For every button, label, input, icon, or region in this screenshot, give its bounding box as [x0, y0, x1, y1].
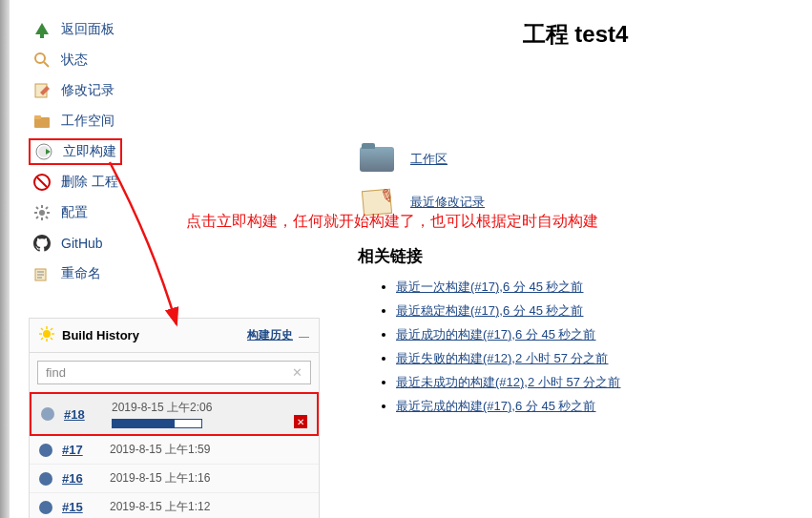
build-list: #18 2019-8-15 上午2:06 ✕ #17 2019-8-15 上午1… [30, 392, 319, 518]
build-number-link[interactable]: #18 [64, 407, 112, 422]
related-link[interactable]: 最近一次构建(#17),6 分 45 秒之前 [396, 280, 584, 294]
nav-workspace[interactable]: 工作空间 [29, 106, 320, 136]
svg-line-8 [37, 177, 47, 187]
build-status-ball-icon [39, 501, 52, 514]
related-link[interactable]: 最近完成的构建(#17),6 分 45 秒之前 [396, 399, 596, 413]
build-time: 2019-8-15 上午1:16 [110, 470, 210, 487]
nav-label: 重命名 [61, 265, 101, 282]
clock-play-icon [34, 142, 53, 161]
folder-icon [32, 112, 52, 131]
related-link[interactable]: 最近未成功的构建(#12),2 小时 57 分之前 [396, 375, 621, 389]
related-item: 最近未成功的构建(#12),2 小时 57 分之前 [396, 374, 793, 391]
sun-icon [39, 326, 54, 344]
nav-label: 状态 [61, 52, 88, 69]
left-stripe [0, 0, 10, 518]
svg-line-29 [41, 338, 43, 340]
build-status-ball-icon [39, 444, 52, 457]
annotation-text: 点击立即构建，任何就开始构建了，也可以根据定时自动构建 [186, 212, 598, 232]
quick-links: 工作区 最近修改记录 [358, 145, 793, 217]
build-row[interactable]: #16 2019-8-15 上午1:16 [30, 465, 319, 493]
nav-back[interactable]: 返回面板 [29, 14, 320, 45]
notepad-icon [32, 81, 52, 100]
related-link[interactable]: 最近失败的构建(#12),2 小时 57 分之前 [396, 351, 609, 365]
build-row[interactable]: #15 2019-8-15 上午1:12 [30, 493, 319, 518]
bh-collapse-icon[interactable]: — [299, 330, 309, 342]
svg-point-9 [39, 210, 45, 216]
svg-line-1 [44, 62, 49, 67]
related-item: 最近成功的构建(#17),6 分 45 秒之前 [396, 326, 793, 343]
workspace-link[interactable]: 工作区 [410, 151, 448, 168]
build-meta: 2019-8-15 上午2:06 [112, 400, 212, 428]
build-progress [112, 419, 202, 428]
delete-icon [32, 173, 52, 192]
build-time: 2019-8-15 上午1:59 [110, 442, 210, 458]
build-number-link[interactable]: #17 [62, 443, 110, 457]
svg-line-28 [51, 338, 52, 340]
nav-label: 返回面板 [61, 21, 115, 38]
build-row[interactable]: #17 2019-8-15 上午1:59 [30, 436, 319, 465]
build-row-running[interactable]: #18 2019-8-15 上午2:06 ✕ [30, 392, 319, 436]
cancel-build-icon[interactable]: ✕ [294, 415, 307, 428]
nav-label: 工作空间 [61, 113, 115, 130]
svg-point-22 [43, 330, 51, 338]
svg-point-0 [35, 53, 45, 63]
bh-trend-link[interactable]: 构建历史 [247, 327, 293, 343]
related-list: 最近一次构建(#17),6 分 45 秒之前 最近稳定构建(#17),6 分 4… [358, 279, 793, 415]
folder-large-icon [358, 145, 396, 174]
gear-icon [32, 203, 52, 222]
svg-line-30 [51, 328, 52, 330]
svg-line-14 [36, 207, 38, 209]
page-title: 工程 test4 [358, 19, 793, 50]
annotation-arrow-icon [105, 157, 191, 339]
related-item: 最近失败的构建(#12),2 小时 57 分之前 [396, 350, 793, 367]
main-content: 工程 test4 工作区 最近修改记录 相关链接 最近一次构建(#17),6 分… [329, 0, 812, 518]
build-history-panel: Build History 构建历史 — find ✕ #18 2019-8-1… [29, 318, 320, 518]
related-item: 最近一次构建(#17),6 分 45 秒之前 [396, 279, 793, 296]
nav-changes[interactable]: 修改记录 [29, 75, 320, 106]
svg-line-16 [36, 217, 38, 218]
build-status-ball-icon [39, 472, 52, 486]
related-title: 相关链接 [358, 245, 793, 267]
nav-label: 修改记录 [61, 82, 115, 99]
build-time: 2019-8-15 上午2:06 [112, 400, 212, 416]
svg-line-27 [41, 328, 43, 330]
svg-line-15 [46, 217, 48, 218]
related-link[interactable]: 最近稳定构建(#17),6 分 45 秒之前 [396, 303, 584, 318]
magnifier-icon [32, 51, 52, 70]
build-number-link[interactable]: #16 [62, 471, 110, 486]
changes-link[interactable]: 最近修改记录 [410, 194, 485, 211]
related-link[interactable]: 最近成功的构建(#17),6 分 45 秒之前 [396, 327, 596, 342]
build-number-link[interactable]: #15 [62, 500, 110, 514]
build-status-ball-icon [41, 407, 54, 421]
nav-label: GitHub [61, 236, 103, 251]
github-icon [32, 234, 52, 253]
nav-label: 配置 [61, 204, 88, 221]
workspace-link-row[interactable]: 工作区 [358, 145, 793, 174]
svg-rect-4 [34, 115, 41, 119]
build-time: 2019-8-15 上午1:12 [110, 499, 210, 515]
related-item: 最近完成的构建(#17),6 分 45 秒之前 [396, 398, 793, 415]
find-placeholder: find [46, 365, 292, 380]
rename-icon [32, 264, 52, 283]
nav-status[interactable]: 状态 [29, 45, 320, 75]
up-arrow-icon [32, 20, 52, 39]
related-item: 最近稳定构建(#17),6 分 45 秒之前 [396, 302, 793, 320]
svg-line-17 [46, 207, 48, 209]
clear-icon[interactable]: ✕ [292, 365, 302, 380]
progress-fill [113, 420, 175, 427]
find-input[interactable]: find ✕ [37, 361, 311, 384]
